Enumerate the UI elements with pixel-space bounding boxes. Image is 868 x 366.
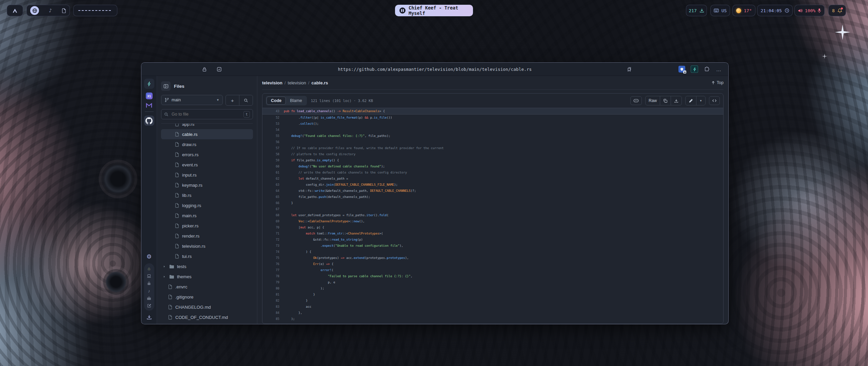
tree-item[interactable]: CHANGELOG.md [161,302,253,312]
url-bar[interactable]: https://github.com/alexpasmantier/televi… [141,63,728,76]
line-number[interactable]: 67 [262,206,284,212]
edit-pencil-button[interactable] [686,96,696,105]
tree-item[interactable]: draw.rs [161,139,253,149]
tree-item[interactable]: tui.rs [161,251,253,261]
media-pill[interactable]: Chief Keef - Treat Myself [395,5,473,16]
copilot-button[interactable] [630,96,642,105]
line-number[interactable]: 80 [262,285,284,291]
calendar-tab-icon[interactable]: 31 [146,93,153,99]
password-manager-extension-icon[interactable] [678,63,685,76]
workspace-browser[interactable] [30,6,39,15]
github-tab[interactable] [144,116,154,126]
briefcase-icon[interactable] [147,297,151,300]
line-number[interactable]: 53 [262,121,284,127]
home-icon[interactable]: ⌂ [148,266,151,271]
breadcrumb-dir[interactable]: television [288,80,306,85]
line-number[interactable]: 57 [262,145,284,151]
line-number[interactable]: 52 [262,115,284,121]
line-number[interactable]: 68 [262,212,284,218]
tree-item[interactable]: television.rs [161,241,253,251]
copy-raw-button[interactable] [660,96,671,105]
tree-folder[interactable]: themes [161,271,253,282]
tree-item[interactable]: errors.rs [161,149,253,160]
tree-item[interactable]: cable.rs [161,129,253,139]
line-number[interactable]: 77 [262,267,284,273]
line-number[interactable]: 64 [262,188,284,194]
line-number[interactable]: 75 [262,255,284,261]
bolt-extension-icon[interactable] [691,63,698,76]
line-number[interactable]: 60 [262,163,284,169]
search-tree-button[interactable] [239,95,253,105]
line-number[interactable]: 83 [262,304,284,310]
audio-module[interactable]: 100% [794,5,825,16]
tree-item[interactable]: keymap.rs [161,180,253,190]
tree-item[interactable]: lib.rs [161,190,253,200]
downloads-icon[interactable] [146,314,152,320]
line-number[interactable]: 70 [262,224,284,230]
line-number[interactable]: 78 [262,273,284,279]
mail-tab-icon[interactable] [146,103,152,108]
line-number[interactable]: 84 [262,310,284,316]
lock-container-icon[interactable] [147,281,151,285]
menu-dots-icon[interactable]: … [716,63,722,76]
tree-item[interactable]: event.rs [161,160,253,170]
goto-file-field[interactable]: t [161,109,253,119]
laptop-icon[interactable] [147,274,151,278]
clock-module[interactable]: 21:04:05 [757,5,793,16]
tree-item[interactable]: picker.rs [161,221,253,231]
line-number[interactable]: 59 [262,157,284,163]
collapse-sidebar-button[interactable] [161,81,171,91]
edit-container-icon[interactable] [147,304,151,308]
line-number[interactable]: 56 [262,139,284,145]
line-number[interactable]: 71 [262,230,284,237]
line-number[interactable]: 43 [262,108,284,114]
workspace-music[interactable]: ♪ [49,8,52,13]
line-number[interactable]: 85 [262,316,284,322]
extensions-puzzle-icon[interactable] [704,63,710,76]
back-to-top-link[interactable]: Top [711,80,724,85]
symbols-panel-button[interactable] [709,96,720,105]
line-number[interactable]: 79 [262,279,284,285]
line-number[interactable]: 81 [262,291,284,298]
line-number[interactable]: 66 [262,200,284,206]
line-number[interactable]: 73 [262,243,284,249]
branch-selector[interactable]: main ▼ [161,95,223,105]
tree-item[interactable]: .gitignore [161,292,253,302]
breadcrumb-repo[interactable]: television [262,80,282,85]
goto-file-input[interactable] [171,111,241,117]
line-number[interactable]: 55 [262,133,284,139]
window-title-pill[interactable] [73,5,117,16]
tree-item[interactable]: CONTRIBUTING.md [161,322,253,324]
raw-button[interactable]: Raw [646,96,660,105]
keyboard-layout-module[interactable]: US [710,5,730,16]
tree-item[interactable]: input.rs [161,170,253,180]
weather-module[interactable]: 17° [732,5,755,16]
settings-gear-icon[interactable]: ⚙ [146,254,152,260]
workspace-notes[interactable] [62,8,66,13]
tree-item[interactable]: main.rs [161,210,253,221]
line-number[interactable]: 54 [262,127,284,133]
line-number[interactable]: 58 [262,151,284,157]
line-number[interactable]: 72 [262,237,284,243]
tree-item[interactable]: CODE_OF_CONDUCT.md [161,312,253,322]
bookmarks-icon[interactable] [627,63,632,76]
line-number[interactable]: 65 [262,194,284,200]
music-container-icon[interactable]: ♪ [148,289,150,293]
tab-code[interactable]: Code [267,97,286,105]
download-raw-button[interactable] [671,96,682,105]
pinned-tab-bolt[interactable] [144,79,154,89]
edit-dropdown-button[interactable]: ▼ [696,96,705,105]
line-number[interactable]: 63 [262,182,284,188]
line-number[interactable]: 82 [262,298,284,304]
tree-item[interactable]: .envrc [161,282,253,292]
tree-item[interactable]: logging.rs [161,200,253,210]
launcher-button[interactable] [7,5,23,16]
new-file-button[interactable]: + [226,95,239,105]
notifications-module[interactable]: 8 [828,5,846,16]
line-number[interactable]: 86 [262,322,284,324]
line-number[interactable]: 76 [262,261,284,267]
line-number[interactable]: 61 [262,169,284,176]
line-number[interactable]: 74 [262,249,284,255]
tree-folder[interactable]: tests [161,261,253,271]
line-number[interactable]: 62 [262,176,284,182]
